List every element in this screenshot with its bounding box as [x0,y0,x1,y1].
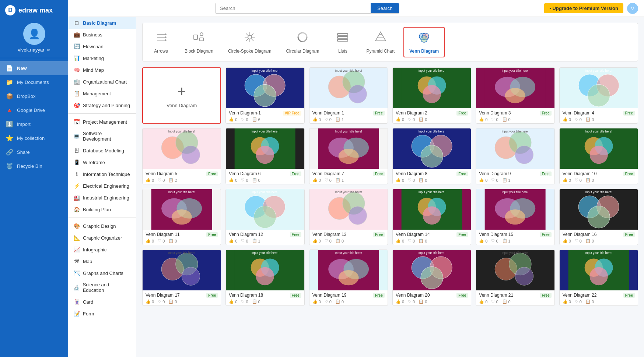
subcat-circle-spoke[interactable]: Circle-Spoke Diagram [222,27,277,57]
infographic-cat-icon: 📈 [73,247,80,252]
diagram-thumbnail: Input your title here! [560,68,638,108]
diagram-card[interactable]: Input your title here! Venn Diagram 8 Fr… [392,128,471,184]
copies-stat: 📋 0 [502,117,511,122]
diagram-card[interactable]: Input your title here! Venn Diagram-1 VI… [225,67,304,124]
category-item-graphic-organizer[interactable]: 📐 Graphic Organizer [68,232,136,244]
sidebar-item-recycle-bin[interactable]: 🗑️ Recycle Bin [0,159,68,173]
sidebar-item-my-documents[interactable]: 📁 My Documents [0,75,68,89]
diagram-card[interactable]: Input your title here! Venn Diagram 6 Fr… [225,128,304,184]
copy-icon: 📋 [252,117,257,122]
sidebar-item-google-drive[interactable]: 🔺 Google Drive [0,103,68,117]
svg-text:Input your title here!: Input your title here! [335,251,362,255]
subcat-lists[interactable]: Lists [328,27,357,57]
diagram-card[interactable]: Input your title here! Venn Diagram 5 Fr… [142,128,221,184]
diagram-title-row: Venn Diagram 17 Free [146,293,218,298]
category-item-org-chart[interactable]: 🏢 Organizational Chart [68,76,136,88]
diagram-card[interactable]: Input your title here! Venn Diagram 1 Fr… [309,67,388,124]
category-item-building[interactable]: 🏠 Building Plan [68,204,136,215]
subcat-arrows[interactable]: Arrows [146,27,176,57]
diagram-card[interactable]: Input your title here! Venn Diagram 9 Fr… [476,128,554,184]
category-item-marketing[interactable]: 📊 Marketing [68,52,136,64]
category-item-business[interactable]: 💼 Business [68,29,136,40]
hearts-stat: ♡ 0 [575,299,582,304]
category-item-wireframe[interactable]: 📱 Wireframe [68,156,136,168]
category-item-industrial[interactable]: 🏭 Industrial Engineering [68,192,136,204]
diagram-thumbnail: Input your title here! [560,128,638,169]
category-item-graphic-design[interactable]: 🎨 Graphic Design [68,220,136,232]
heart-icon: ♡ [158,299,161,304]
diagram-card[interactable]: Input your title here! Venn Diagram 13 F… [309,189,388,245]
category-item-management[interactable]: 📋 Management [68,88,136,99]
category-item-mind-map[interactable]: 🧠 Mind Map [68,64,136,76]
sidebar-item-new[interactable]: 📄 New [0,61,68,75]
category-item-form[interactable]: 📝 Form [68,308,136,319]
diagram-card[interactable]: Input your title here! Venn Diagram 7 Fr… [309,128,388,184]
sidebar-item-import[interactable]: ⬇️ Import [0,117,68,131]
diagram-card[interactable]: Input your title here! Venn Diagram 22 F… [559,250,638,306]
category-item-project-mgmt[interactable]: 📅 Project Management [68,116,136,128]
category-item-map[interactable]: 🗺 Map [68,255,136,267]
diagrams-grid: + Venn Diagram Input your title here! Ve… [142,67,638,306]
category-item-infographic[interactable]: 📈 Infographic [68,244,136,255]
search-button[interactable]: Search [371,3,399,13]
sidebar-item-my-collection[interactable]: ⭐ My collection [0,131,68,145]
diagram-card[interactable]: Input your title here! Venn Diagram 10 F… [559,128,638,184]
diagram-title-row: Venn Diagram 18 Free [229,293,301,298]
new-diagram-card[interactable]: + Venn Diagram [142,67,221,124]
diagram-info: Venn Diagram 20 Free 👍 0 ♡ 0 📋 0 [393,290,471,305]
upgrade-button[interactable]: • Upgrade to Premium Version [544,3,623,13]
likes-stat: 👍 0 [479,178,487,183]
sidebar-item-dropbox[interactable]: 📦 DropBox [0,89,68,103]
category-item-card[interactable]: 🃏 Card [68,296,136,308]
recycle-bin-icon: 🗑️ [6,162,13,170]
diagram-card[interactable]: Input your title here! Venn Diagram 3 Fr… [476,67,554,124]
diagram-card[interactable]: Input your title here! Venn Diagram 15 F… [476,189,554,245]
copies-stat: 📋 1 [335,178,344,183]
category-item-electrical[interactable]: ⚡ Electrical Engineering [68,180,136,192]
diagram-card[interactable]: Input your title here! Venn Diagram 14 F… [392,189,471,245]
search-input[interactable] [216,3,371,13]
category-item-database[interactable]: 🗄 Database Modeling [68,145,136,156]
hearts-stat: ♡ 0 [325,117,332,122]
category-item-strategy[interactable]: 🎯 Strategy and Planning [68,99,136,111]
category-item-flowchart[interactable]: 🔄 Flowchart [68,40,136,52]
svg-point-7 [200,33,203,36]
category-item-graphs-charts[interactable]: 📉 Graphs and Charts [68,267,136,279]
diagram-card[interactable]: Input your title here! Venn Diagram 18 F… [225,250,304,306]
diagram-card[interactable]: Input your title here! Venn Diagram 12 F… [225,189,304,245]
svg-line-16 [251,33,253,36]
diagram-card[interactable]: Input your title here! Venn Diagram 16 F… [559,189,638,245]
diagram-card[interactable]: Input your title here! Venn Diagram 21 F… [476,250,554,306]
thumbs-up-icon: 👍 [229,238,234,243]
copies-stat: 📋 0 [419,178,427,183]
diagram-badge: Free [456,293,468,298]
heart-icon: ♡ [325,178,328,183]
import-icon: ⬇️ [6,120,13,128]
category-item-info-tech[interactable]: ℹ Information Technique [68,168,136,180]
category-item-software-dev[interactable]: 💻 Software Development [68,128,136,145]
diagram-card[interactable]: Input your title here! Venn Diagram 17 F… [142,250,221,306]
copy-icon: 📋 [419,238,424,243]
category-item-science[interactable]: 🔬 Science and Education [68,279,136,296]
diagram-stats: 👍 0 ♡ 0 📋 0 [146,238,218,243]
diagram-card[interactable]: Input your title here! Venn Diagram 19 F… [309,250,388,306]
svg-text:Input your title here!: Input your title here! [585,191,612,194]
diagram-card[interactable]: Input your title here! Venn Diagram 2 Fr… [392,67,471,124]
diagram-card[interactable]: Input your title here! Venn Diagram 4 Fr… [559,67,638,124]
edit-username-icon[interactable]: ✏ [47,47,50,53]
user-avatar-topbar[interactable]: V [627,3,638,14]
diagram-thumbnail: Input your title here! [393,189,471,230]
svg-text:Input your title here!: Input your title here! [335,69,362,73]
diagram-card[interactable]: Input your title here! Venn Diagram 20 F… [392,250,471,306]
diagram-card[interactable]: Input your title here! Venn Diagram 11 F… [142,189,221,245]
sidebar-item-share[interactable]: 🔗 Share [0,145,68,159]
subcat-block-diagram[interactable]: Block Diagram [179,27,219,57]
diagram-badge: Free [290,232,301,237]
heart-icon: ♡ [491,299,495,304]
subcat-pyramid[interactable]: Pyramid Chart [360,27,400,57]
category-item-basic-diagram[interactable]: ◻ Basic Diagram [68,17,136,29]
diagram-stats: 👍 0 ♡ 0 📋 0 [312,299,385,304]
subcat-venn[interactable]: Venn Diagram [403,27,445,57]
subcat-circular[interactable]: Circular Diagram [280,27,325,57]
category-label-infographic: Infographic [83,247,106,252]
